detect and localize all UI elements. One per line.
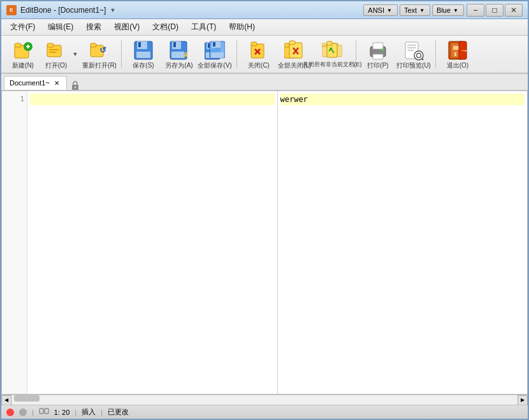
open-label: 打开(O): [45, 62, 67, 69]
svg-rect-6: [47, 43, 54, 47]
status-insert-mode: 插入: [82, 407, 96, 417]
closeothers-label: 关闭所有非当前文档(E): [303, 62, 362, 68]
saveall-label: 全部保存(V): [198, 62, 231, 69]
print-button[interactable]: 打印(P): [361, 38, 395, 71]
svg-rect-36: [289, 41, 295, 45]
menu-item-search[interactable]: 搜索: [80, 20, 108, 34]
tab-bar: Document1~ ✕: [1, 74, 528, 91]
saveall-icon: [205, 40, 225, 61]
horizontal-scrollbar[interactable]: ◀ ▶: [1, 395, 528, 405]
saveas-button[interactable]: A 另存为(A): [163, 38, 196, 71]
svg-text:↺: ↺: [99, 45, 106, 55]
print-icon: [368, 40, 388, 61]
print-label: 打印(P): [367, 62, 388, 69]
svg-rect-66: [40, 409, 43, 414]
editor-area: 1 werwer: [1, 91, 528, 395]
printpreview-label: 打印预览(U): [396, 62, 431, 69]
status-icon: [39, 408, 49, 417]
closeall-icon: [284, 40, 305, 61]
close-file-icon: [249, 40, 269, 61]
exit-icon: →: [447, 40, 468, 61]
new-icon: [13, 40, 33, 61]
tab-document1[interactable]: Document1~ ✕: [4, 76, 67, 90]
scroll-left-arrow[interactable]: ◀: [1, 395, 11, 405]
saveas-icon: A: [169, 40, 189, 61]
svg-text:→: →: [460, 45, 468, 55]
closeothers-icon: [322, 40, 342, 61]
menu-item-document[interactable]: 文档(D): [146, 20, 185, 34]
printpreview-button[interactable]: 打印预览(U): [397, 38, 430, 71]
svg-rect-1: [15, 43, 21, 47]
svg-rect-10: [91, 43, 96, 47]
saveall-button[interactable]: 全部保存(V): [198, 38, 231, 71]
svg-rect-4: [27, 45, 29, 48]
svg-rect-50: [382, 49, 384, 51]
svg-rect-19: [171, 52, 184, 58]
scroll-track[interactable]: [11, 395, 518, 405]
saveas-label: 另存为(A): [165, 62, 192, 69]
editor-left-pane[interactable]: [27, 91, 278, 394]
editor-split: werwer: [27, 91, 527, 394]
title-bar: E EditBone - [Document1~] ▼ ANSI ▼ Text …: [1, 1, 528, 19]
sep1: [121, 40, 122, 68]
minimize-button[interactable]: −: [467, 4, 484, 17]
app-window: E EditBone - [Document1~] ▼ ANSI ▼ Text …: [1, 1, 528, 419]
status-changed: 已更改: [108, 407, 129, 417]
reopen-icon: ↺: [89, 40, 110, 61]
status-separator-1: |: [32, 409, 34, 416]
svg-rect-7: [49, 49, 59, 50]
ansi-dropdown[interactable]: ANSI ▼: [363, 4, 398, 16]
svg-line-57: [422, 58, 424, 60]
menu-item-edit[interactable]: 编辑(E): [41, 20, 80, 34]
svg-rect-18: [173, 42, 176, 47]
status-gray-indicator: [19, 409, 27, 416]
menu-item-file[interactable]: 文件(F): [4, 20, 41, 34]
reopen-button[interactable]: ↺ 重新打开(R): [83, 38, 116, 71]
menu-item-help[interactable]: 帮助(H): [222, 20, 261, 34]
close-label: 关闭(C): [248, 62, 270, 69]
menu-item-tools[interactable]: 工具(T): [185, 20, 222, 34]
svg-rect-28: [211, 52, 224, 58]
svg-rect-52: [407, 45, 416, 46]
window-title: EditBone - [Document1~]: [20, 6, 106, 15]
exit-button[interactable]: → 退出(O): [441, 38, 474, 71]
status-separator-2: |: [75, 409, 76, 416]
svg-rect-27: [213, 42, 215, 47]
printpreview-icon: [403, 40, 424, 61]
title-controls: − □ ✕: [467, 4, 523, 17]
svg-rect-53: [407, 47, 416, 48]
sep4: [435, 40, 436, 68]
tab-close-button[interactable]: ✕: [52, 78, 61, 87]
blue-dropdown[interactable]: Blue ▼: [432, 4, 464, 16]
new-label: 新建(N): [12, 62, 34, 69]
toolbar: 新建(N) 打开(O) ▼: [1, 36, 528, 74]
close-window-button[interactable]: ✕: [505, 4, 523, 17]
app-icon: E: [6, 5, 17, 15]
status-red-indicator: [6, 409, 14, 416]
close-button[interactable]: 关闭(C): [242, 38, 275, 71]
editor-line-1-right[interactable]: werwer: [280, 94, 525, 105]
open-group: 打开(O) ▼: [42, 38, 80, 71]
menu-item-view[interactable]: 视图(V): [108, 20, 146, 34]
title-dropdown-arrow[interactable]: ▼: [110, 7, 115, 13]
closeothers-button[interactable]: 关闭所有非当前文档(E): [314, 38, 351, 71]
svg-rect-30: [251, 42, 257, 46]
svg-rect-44: [327, 41, 332, 45]
editor-right-pane[interactable]: werwer: [278, 91, 528, 394]
save-button[interactable]: 保存(S): [127, 38, 160, 71]
open-dropdown-arrow[interactable]: ▼: [70, 38, 80, 71]
scroll-thumb[interactable]: [14, 395, 40, 402]
status-bar: | 1: 20 | 插入 | 已更改: [1, 405, 528, 419]
new-button[interactable]: 新建(N): [6, 38, 40, 71]
svg-rect-65: [74, 87, 76, 89]
line-numbers: 1: [2, 91, 27, 394]
editor-line-1-left[interactable]: [30, 94, 275, 105]
sep2: [236, 40, 237, 68]
open-button[interactable]: 打开(O): [42, 38, 70, 71]
maximize-button[interactable]: □: [486, 4, 504, 17]
content-area: 1 werwer ◀ ▶: [1, 91, 528, 405]
scroll-right-arrow[interactable]: ▶: [518, 395, 528, 405]
text-dropdown[interactable]: Text ▼: [400, 4, 430, 16]
svg-rect-67: [45, 409, 48, 414]
svg-rect-40: [322, 43, 326, 47]
